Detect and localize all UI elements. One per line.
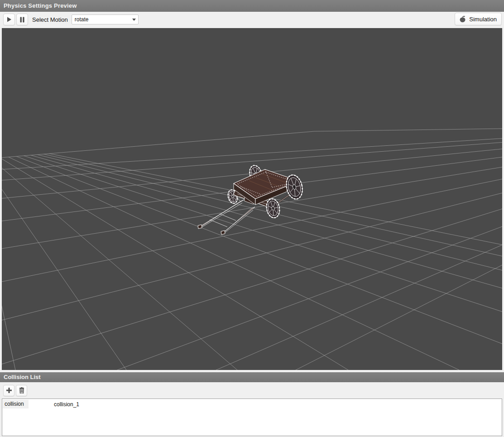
simulation-button[interactable]: Simulation bbox=[455, 13, 502, 25]
collision-panel-title: Collision List bbox=[4, 374, 41, 380]
preview-toolbar: Select Motion rotate Simulation bbox=[0, 12, 504, 27]
collision-toolbar bbox=[0, 382, 504, 399]
play-button[interactable] bbox=[3, 14, 15, 25]
physics-settings-window: { "window": { "title": "Physics Settings… bbox=[0, 0, 504, 437]
pause-button[interactable] bbox=[16, 14, 28, 25]
collision-row-name[interactable]: collision_1 bbox=[54, 401, 79, 408]
preview-3d-viewport[interactable] bbox=[2, 28, 502, 370]
window-title-bar: Physics Settings Preview bbox=[0, 0, 504, 12]
motion-select-value: rotate bbox=[75, 16, 89, 23]
trash-icon bbox=[19, 387, 25, 394]
window-title: Physics Settings Preview bbox=[4, 2, 77, 9]
add-collision-button[interactable] bbox=[3, 385, 14, 396]
simulation-button-label: Simulation bbox=[469, 16, 497, 23]
plus-icon bbox=[6, 387, 12, 394]
motion-select[interactable]: rotate bbox=[72, 14, 139, 24]
scene-canvas bbox=[2, 28, 502, 370]
chevron-down-icon bbox=[132, 19, 136, 21]
play-icon bbox=[6, 16, 12, 23]
apple-gravity-icon bbox=[459, 15, 466, 23]
collision-panel-title-bar: Collision List bbox=[0, 372, 504, 382]
select-motion-label: Select Motion bbox=[32, 16, 68, 23]
delete-collision-button[interactable] bbox=[16, 385, 27, 396]
collision-row[interactable]: collision collision_1 bbox=[3, 399, 501, 409]
collision-list: collision collision_1 bbox=[2, 399, 502, 436]
pause-icon bbox=[19, 17, 25, 23]
collision-row-header[interactable]: collision bbox=[3, 400, 29, 408]
